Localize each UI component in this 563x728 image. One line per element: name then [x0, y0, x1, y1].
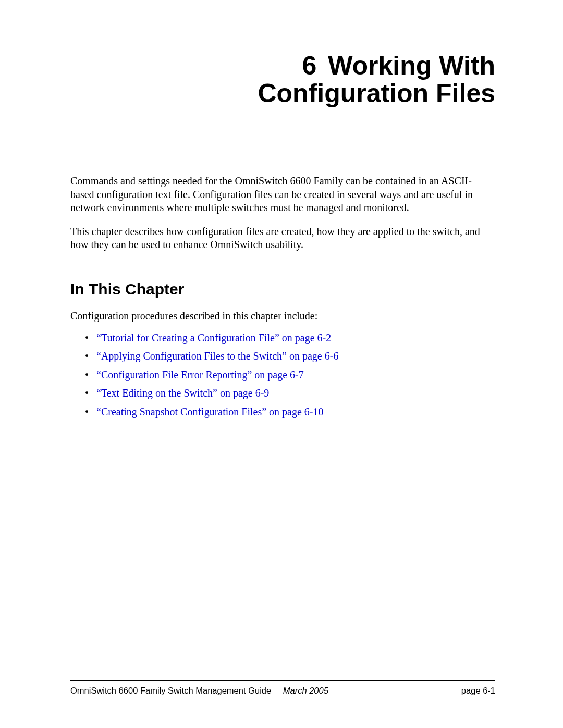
bullet-icon: •: [85, 387, 89, 400]
bullet-icon: •: [85, 405, 89, 419]
list-item: • “Creating Snapshot Configuration Files…: [70, 405, 495, 419]
xref-link[interactable]: “Applying Configuration Files to the Swi…: [96, 350, 338, 362]
xref-link[interactable]: “Configuration File Error Reporting” on …: [96, 369, 304, 380]
bullet-icon: •: [85, 350, 89, 363]
intro-paragraph-2: This chapter describes how configuration…: [70, 225, 495, 252]
chapter-title-line2: Configuration Files: [258, 79, 495, 108]
list-item: • “Configuration File Error Reporting” o…: [70, 368, 495, 382]
footer-left: OmniSwitch 6600 Family Switch Management…: [70, 686, 328, 696]
bullet-icon: •: [85, 368, 89, 382]
list-item: • “Applying Configuration Files to the S…: [70, 350, 495, 363]
xref-link[interactable]: “Text Editing on the Switch” on page 6-9: [96, 387, 269, 399]
footer-date: March 2005: [283, 686, 328, 695]
xref-link[interactable]: “Tutorial for Creating a Configuration F…: [96, 332, 331, 343]
footer-page-number: page 6-1: [461, 686, 495, 696]
bullet-icon: •: [85, 331, 89, 345]
chapter-title-line1: Working With: [328, 51, 495, 80]
xref-list: • “Tutorial for Creating a Configuration…: [70, 331, 495, 419]
list-item: • “Tutorial for Creating a Configuration…: [70, 331, 495, 345]
document-page: 6Working With Configuration Files Comman…: [0, 0, 563, 728]
section-lead: Configuration procedures described in th…: [70, 310, 495, 323]
list-item: • “Text Editing on the Switch” on page 6…: [70, 387, 495, 400]
chapter-number: 6: [302, 51, 316, 80]
chapter-title: 6Working With Configuration Files: [70, 52, 495, 107]
intro-paragraph-1: Commands and settings needed for the Omn…: [70, 175, 495, 215]
footer-guide-title: OmniSwitch 6600 Family Switch Management…: [70, 686, 271, 695]
section-heading: In This Chapter: [70, 280, 495, 298]
page-footer: OmniSwitch 6600 Family Switch Management…: [70, 680, 495, 696]
xref-link[interactable]: “Creating Snapshot Configuration Files” …: [96, 406, 323, 417]
